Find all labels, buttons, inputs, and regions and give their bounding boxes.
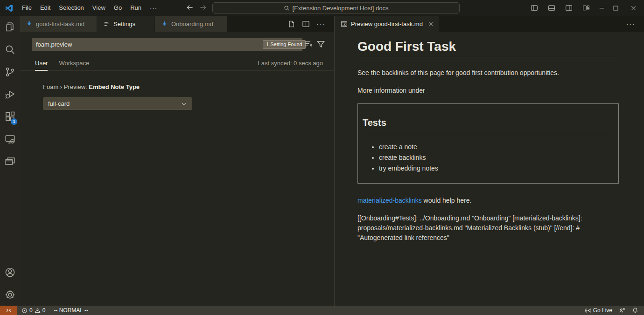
scope-tab-workspace[interactable]: Workspace <box>59 56 89 71</box>
explorer-icon[interactable] <box>0 16 20 38</box>
materialized-backlinks-link[interactable]: materialized-backlinks <box>357 197 422 204</box>
clear-settings-search-icon[interactable] <box>304 40 313 48</box>
dropdown-value: full-card <box>48 100 70 107</box>
errors-icon <box>21 308 28 314</box>
toggle-primary-sidebar-icon[interactable] <box>525 0 543 16</box>
command-center-label: [Extension Development Host] docs <box>293 5 389 12</box>
errors-count: 0 <box>29 307 33 314</box>
scope-tab-user[interactable]: User <box>35 56 48 71</box>
editor-actions: ··· <box>287 16 334 32</box>
minimize-window-icon[interactable] <box>595 0 609 16</box>
warnings-count: 0 <box>42 307 46 314</box>
embedded-note-card: Tests create a note create backlinks try… <box>357 103 619 184</box>
close-window-icon[interactable] <box>623 0 644 16</box>
status-bar-right: Go Live <box>585 307 644 314</box>
title-bar: File Edit Selection View Go Run ··· [Ext… <box>0 0 644 16</box>
link-suffix-text: would help here. <box>422 197 472 204</box>
go-live-label: Go Live <box>593 307 612 314</box>
preview-paragraph: More information under <box>357 86 619 96</box>
vscode-logo-icon <box>5 4 13 12</box>
maximize-window-icon[interactable] <box>609 0 623 16</box>
filter-settings-icon[interactable] <box>316 40 325 48</box>
tab-good-first-task[interactable]: good-first-task.md <box>20 16 97 32</box>
warnings-icon <box>35 308 41 314</box>
accounts-icon[interactable] <box>0 261 20 283</box>
chevron-down-icon <box>181 101 187 107</box>
window-controls <box>525 0 644 16</box>
markdown-file-icon <box>26 21 33 27</box>
menu-more-icon[interactable]: ··· <box>146 5 161 12</box>
toggle-panel-icon[interactable] <box>543 0 560 16</box>
menu-view[interactable]: View <box>88 2 110 14</box>
tab-preview-good-first-task[interactable]: Preview good-first-task.md <box>335 16 439 32</box>
editor-tabs-right-group: Preview good-first-task.md ··· <box>335 16 644 32</box>
command-center-search[interactable]: [Extension Development Host] docs <box>212 2 460 14</box>
embedded-note-list: create a note create backlinks try embed… <box>363 142 613 174</box>
navigate-forward-icon[interactable] <box>199 3 207 12</box>
open-settings-json-icon[interactable] <box>287 20 295 28</box>
remote-indicator[interactable] <box>0 306 17 315</box>
embed-note-type-dropdown[interactable]: full-card <box>43 97 192 110</box>
link-references-text: [[Onboarding#Tests]: ../Onboarding.md "O… <box>357 213 619 243</box>
settings-result-count-badge: 1 Setting Found <box>263 40 306 49</box>
windows-panel-icon[interactable] <box>0 150 20 172</box>
problems-indicator[interactable]: 0 0 <box>21 307 45 314</box>
source-control-icon[interactable] <box>0 61 20 83</box>
run-debug-icon[interactable] <box>0 83 20 105</box>
markdown-file-icon <box>161 21 168 27</box>
settings-scope-tabs: User Workspace Last synced: 0 secs ago <box>20 56 334 71</box>
tab-label: Preview good-first-task.md <box>351 21 423 27</box>
more-actions-icon[interactable]: ··· <box>316 20 326 27</box>
markdown-preview-panel: Good First Task See the backlinks of thi… <box>335 32 644 306</box>
setting-title: Foam › Preview: Embed Note Type <box>43 83 140 90</box>
setting-name: Embed Note Type <box>89 83 140 90</box>
live-share-icon[interactable] <box>619 307 625 314</box>
broadcast-icon <box>585 308 591 314</box>
markdown-preview-icon <box>341 21 348 27</box>
editor-actions: ··· <box>626 16 644 32</box>
settings-search-input[interactable] <box>32 38 302 51</box>
extensions-icon[interactable]: 1 <box>0 105 20 128</box>
extensions-badge: 1 <box>11 118 17 125</box>
last-synced-label: Last synced: 0 secs ago <box>258 60 323 67</box>
tab-label: good-first-task.md <box>36 21 84 27</box>
close-tab-icon[interactable] <box>428 21 434 27</box>
tab-label: Onboarding.md <box>171 21 213 27</box>
embedded-note-title: Tests <box>363 117 613 134</box>
menu-go[interactable]: Go <box>110 2 126 14</box>
remote-explorer-icon[interactable] <box>0 128 20 150</box>
search-icon <box>284 5 290 11</box>
preview-title: Good First Task <box>357 39 619 57</box>
toggle-secondary-sidebar-icon[interactable] <box>560 0 577 16</box>
vscode-window: File Edit Selection View Go Run ··· [Ext… <box>0 0 644 315</box>
menu-selection[interactable]: Selection <box>55 2 88 14</box>
preview-paragraph: See the backlinks of this page for good … <box>357 68 619 78</box>
more-actions-icon[interactable]: ··· <box>626 20 636 27</box>
search-view-icon[interactable] <box>0 38 20 61</box>
manage-settings-gear-icon[interactable] <box>0 283 20 306</box>
menu-edit[interactable]: Edit <box>36 2 55 14</box>
tab-settings[interactable]: Settings <box>97 16 155 32</box>
tab-label: Settings <box>113 21 135 27</box>
status-bar: 0 0 -- NORMAL -- Go Live <box>0 306 644 315</box>
activity-bar: 1 <box>0 16 20 306</box>
settings-editor: 1 Setting Found User Workspace Last sync… <box>20 32 334 306</box>
preview-paragraph: materialized-backlinks would help here. <box>357 196 619 205</box>
vim-mode-indicator: -- NORMAL -- <box>54 307 88 314</box>
notifications-bell-icon[interactable] <box>632 307 638 314</box>
tab-onboarding[interactable]: Onboarding.md <box>155 16 228 32</box>
list-item: create a note <box>379 142 613 152</box>
go-live-button[interactable]: Go Live <box>585 307 612 314</box>
split-editor-icon[interactable] <box>302 20 310 28</box>
list-item: try embedding notes <box>379 163 613 174</box>
close-tab-icon[interactable] <box>140 21 147 27</box>
navigate-back-icon[interactable] <box>186 3 194 12</box>
menu-file[interactable]: File <box>18 2 36 14</box>
setting-category: Foam › Preview: <box>43 83 89 90</box>
activity-bar-spacer <box>0 172 20 261</box>
editor-tabs-left-group: good-first-task.md Settings Onboarding.m… <box>20 16 334 32</box>
list-item: create backlinks <box>379 152 613 163</box>
menu-run[interactable]: Run <box>126 2 146 14</box>
customize-layout-icon[interactable] <box>577 0 595 16</box>
settings-editor-icon <box>103 21 110 27</box>
